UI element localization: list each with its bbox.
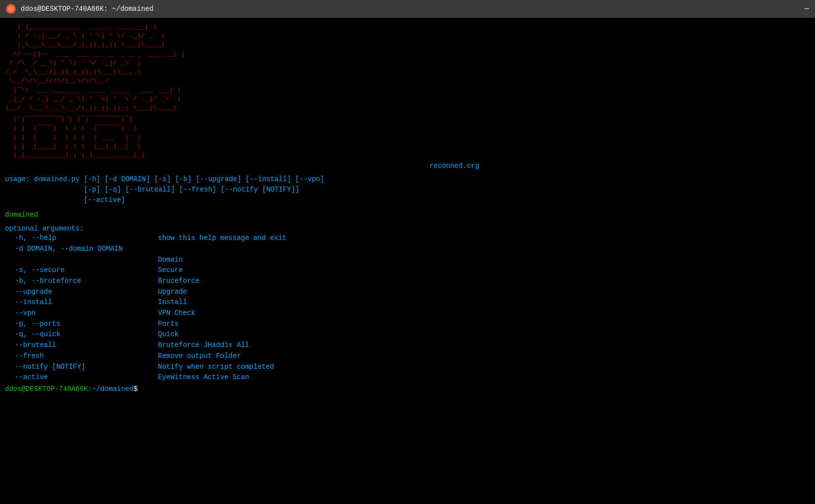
arg-desc-fresh: Remove output Folder — [158, 351, 241, 362]
arg-flag-notify: --notify [NOTIFY] — [5, 362, 158, 373]
arg-flag-ports: -p, --ports — [5, 319, 158, 330]
terminal: |‾|___ ___ ___ _ _ _ _ ___ ___| | | / -_… — [0, 18, 815, 504]
arg-desc-secure: Secure — [158, 265, 183, 276]
arg-desc-domain-val: Domain — [158, 255, 183, 266]
prompt-path: :~/domained — [88, 385, 133, 393]
arg-bruteall: --bruteall Bruteforce JHaddix All — [5, 340, 815, 351]
arg-desc-quick: Quick — [158, 329, 179, 340]
arg-flag-active: --active — [5, 372, 158, 383]
arg-ports: -p, --ports Ports — [5, 319, 815, 330]
prompt-symbol: $ — [133, 385, 137, 393]
minimize-button[interactable]: — — [804, 4, 809, 13]
arg-vpn: --vpn VPN Check — [5, 308, 815, 319]
arg-desc-install: Install — [158, 297, 187, 308]
reconned-org: reconned.org — [429, 162, 479, 170]
prompt-user-host: ddos@DESKTOP-740A66K — [5, 385, 88, 393]
arg-notify: --notify [NOTIFY] Notify when script com… — [5, 362, 815, 373]
arg-desc-ports: Ports — [158, 319, 179, 330]
arg-flag-vpn: --vpn — [5, 308, 158, 319]
arg-quick: -q, --quick Quick — [5, 329, 815, 340]
arg-desc-vpn: VPN Check — [158, 308, 195, 319]
arg-fresh: --fresh Remove output Folder — [5, 351, 815, 362]
arg-flag-secure: -s, --secure — [5, 265, 158, 276]
arg-bruteforce: -b, --bruteforce Bruceforce — [5, 276, 815, 287]
arg-install: --install Install — [5, 297, 815, 308]
arg-flag-help: -h, --help — [5, 233, 158, 244]
arg-active: --active EyeWitness Active Scan — [5, 372, 815, 383]
arg-desc-notify: Notify when script completed — [158, 362, 274, 373]
prompt-line[interactable]: ddos@DESKTOP-740A66K:~/domained$ — [5, 385, 815, 393]
ascii-art-banner: |‾|___ ___ ___ _ _ _ _ ___ ___| | | / -_… — [5, 23, 815, 86]
arg-desc-bruteforce: Bruceforce — [158, 276, 199, 287]
arg-desc-upgrade: Upgrade — [158, 287, 187, 298]
usage-line1: usage: domained.py [-h] [-d DOMAIN] [-s]… — [5, 175, 324, 183]
ascii-art-reconned: |‾\\ ___ ___ ___ _ __ _ __ ___ __| | _|_… — [5, 86, 815, 113]
arg-secure: -s, --secure Secure — [5, 265, 815, 276]
arg-flag-domain: -d DOMAIN, --domain DOMAIN — [5, 244, 158, 255]
window-title: ddos@DESKTOP-740A66K: ~/domained — [21, 5, 154, 13]
ascii-art-logo: |‾|‾‾‾‾‾‾‾‾‾|‾| |‾|‾‾‾‾‾‾‾‾|‾| | | |‾‾‾‾… — [5, 115, 815, 160]
arg-desc-bruteall: Bruteforce JHaddix All — [158, 340, 249, 351]
arg-domain-desc: Domain — [5, 255, 815, 266]
usage-line3: [--active] — [5, 196, 125, 204]
arg-flag-install: --install — [5, 297, 158, 308]
arg-flag-fresh: --fresh — [5, 351, 158, 362]
arg-upgrade: --upgrade Upgrade — [5, 287, 815, 298]
optional-header: optional arguments: — [5, 225, 84, 233]
args-table: -h, --help show this help message and ex… — [5, 233, 815, 383]
arg-flag-bruteforce: -b, --bruteforce — [5, 276, 158, 287]
arg-desc-active: EyeWitness Active Scan — [158, 372, 249, 383]
arg-flag-domain-blank — [5, 255, 158, 266]
arg-flag-bruteall: --bruteall — [5, 340, 158, 351]
arg-flag-upgrade: --upgrade — [5, 287, 158, 298]
usage-line2: [-p] [-q] [--bruteall] [--fresh] [--noti… — [5, 186, 300, 194]
title-bar-left: ddos@DESKTOP-740A66K: ~/domained — [6, 4, 154, 14]
ubuntu-icon — [6, 4, 16, 14]
arg-domain: -d DOMAIN, --domain DOMAIN — [5, 244, 815, 255]
program-name: domained — [5, 211, 38, 219]
title-bar: ddos@DESKTOP-740A66K: ~/domained — — [0, 0, 815, 18]
arg-help: -h, --help show this help message and ex… — [5, 233, 815, 244]
arg-flag-quick: -q, --quick — [5, 329, 158, 340]
arg-desc-help: show this help message and exit — [158, 233, 286, 244]
